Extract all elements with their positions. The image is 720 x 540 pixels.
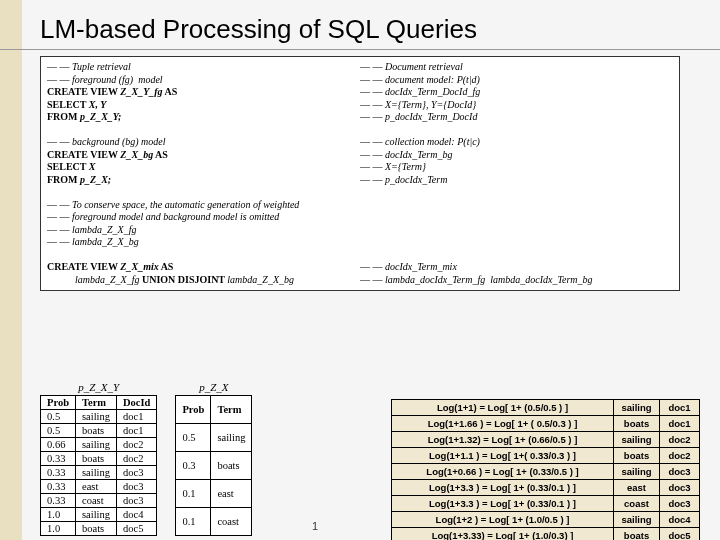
sql-line: CREATE VIEW Z_X_bg AS xyxy=(47,149,360,162)
sql-line: — — p_docIdx_Term xyxy=(360,174,673,187)
table-row: Log(1+0.66 ) = Log[ 1+ (0.33/0.5 ) ]sail… xyxy=(392,464,700,480)
table-cell: doc1 xyxy=(116,410,156,424)
sql-line xyxy=(360,236,673,249)
table-row: Log(1+1.32) = Log[ 1+ (0.66/0.5 ) ]saili… xyxy=(392,432,700,448)
table-cell: doc2 xyxy=(116,452,156,466)
table-cell: doc1 xyxy=(660,416,700,432)
p-z-x-y-table: p_Z_X_Y ProbTermDocId0.5sailingdoc10.5bo… xyxy=(40,381,157,536)
table-header: Term xyxy=(75,396,116,410)
table-row: Log(1+1.66 ) = Log[ 1+ ( 0.5/0.3 ) ]boat… xyxy=(392,416,700,432)
table-cell: 0.5 xyxy=(176,424,211,452)
table-row: 0.1east xyxy=(176,480,252,508)
sql-line xyxy=(360,249,673,262)
table-cell: boats xyxy=(75,424,116,438)
table-row: 0.5boatsdoc1 xyxy=(41,424,157,438)
table-cell: 0.33 xyxy=(41,466,76,480)
table-cell: sailing xyxy=(75,508,116,522)
table-cell: sailing xyxy=(75,466,116,480)
table-cell: doc5 xyxy=(660,528,700,541)
table-cell: doc3 xyxy=(116,494,156,508)
table-cell: sailing xyxy=(614,512,660,528)
table-row: Log(1+3.3 ) = Log[ 1+ (0.33/0.1 ) ]eastd… xyxy=(392,480,700,496)
table-cell: boats xyxy=(75,522,116,536)
table-row: 0.5sailing xyxy=(176,424,252,452)
table-cell: boats xyxy=(614,528,660,541)
table-row: Log(1+3.3 ) = Log[ 1+ (0.33/0.1 ) ]coast… xyxy=(392,496,700,512)
table-cell: Log(1+3.3 ) = Log[ 1+ (0.33/0.1 ) ] xyxy=(392,496,614,512)
table-cell: doc3 xyxy=(660,464,700,480)
table-cell: 0.33 xyxy=(41,480,76,494)
table-cell: coast xyxy=(211,508,252,536)
table-row: Log(1+1.1 ) = Log[ 1+( 0.33/0.3 ) ]boats… xyxy=(392,448,700,464)
sql-line: — — X={Term} xyxy=(360,161,673,174)
table-cell: Log(1+1.32) = Log[ 1+ (0.66/0.5 ) ] xyxy=(392,432,614,448)
table-cell: 0.3 xyxy=(176,452,211,480)
table-row: 0.33coastdoc3 xyxy=(41,494,157,508)
sql-left-column: — — Tuple retrieval— — foreground (fg) m… xyxy=(47,61,360,286)
table-cell: 0.66 xyxy=(41,438,76,452)
table-row: 0.33boatsdoc2 xyxy=(41,452,157,466)
table-cell: 1.0 xyxy=(41,508,76,522)
sql-line: — — lambda_Z_X_bg xyxy=(47,236,360,249)
table-row: Log(1+3.33) = Log[ 1+ (1.0/0.3) ]boatsdo… xyxy=(392,528,700,541)
sql-line: FROM p_Z_X_Y; xyxy=(47,111,360,124)
sql-line xyxy=(360,211,673,224)
sql-line: — — p_docIdx_Term_DocId xyxy=(360,111,673,124)
table-row: 0.5sailingdoc1 xyxy=(41,410,157,424)
table-cell: Log(1+3.3 ) = Log[ 1+ (0.33/0.1 ) ] xyxy=(392,480,614,496)
table-cell: sailing xyxy=(75,438,116,452)
table-cell: east xyxy=(614,480,660,496)
table-cell: doc3 xyxy=(660,496,700,512)
table-cell: Log(1+0.66 ) = Log[ 1+ (0.33/0.5 ) ] xyxy=(392,464,614,480)
table-cell: doc4 xyxy=(116,508,156,522)
table-cell: doc2 xyxy=(660,432,700,448)
table-header: Prob xyxy=(176,396,211,424)
sql-line: lambda_Z_X_fg UNION DISJOINT lambda_Z_X_… xyxy=(47,274,360,287)
sql-right-column: — — Document retrieval— — document model… xyxy=(360,61,673,286)
sql-line: CREATE VIEW Z_X_Y_fg AS xyxy=(47,86,360,99)
sql-line: — — lambda_Z_X_fg xyxy=(47,224,360,237)
table-cell: east xyxy=(211,480,252,508)
table-cell: sailing xyxy=(75,410,116,424)
sql-line: FROM p_Z_X; xyxy=(47,174,360,187)
sql-line: — — docIdx_Term_bg xyxy=(360,149,673,162)
table-row: Log(1+1) = Log[ 1+ (0.5/0.5 ) ]sailingdo… xyxy=(392,400,700,416)
table-cell: coast xyxy=(614,496,660,512)
table-cell: doc5 xyxy=(116,522,156,536)
table-cell: Log(1+2 ) = Log[ 1+ (1.0/0.5 ) ] xyxy=(392,512,614,528)
sql-line xyxy=(360,124,673,137)
table-row: 0.3boats xyxy=(176,452,252,480)
table-row: 0.66sailingdoc2 xyxy=(41,438,157,452)
sql-code-frame: — — Tuple retrieval— — foreground (fg) m… xyxy=(40,56,680,291)
sql-line: — — background (bg) model xyxy=(47,136,360,149)
sql-line: — — X={Term}, Y={DocId} xyxy=(360,99,673,112)
sql-line xyxy=(47,249,360,262)
table-cell: Log(1+3.33) = Log[ 1+ (1.0/0.3) ] xyxy=(392,528,614,541)
small-tables-container: p_Z_X_Y ProbTermDocId0.5sailingdoc10.5bo… xyxy=(40,381,252,536)
table-cell: 0.5 xyxy=(41,410,76,424)
table-cell: 0.33 xyxy=(41,494,76,508)
table-cell: sailing xyxy=(614,464,660,480)
table-cell: 0.33 xyxy=(41,452,76,466)
table-cell: 0.1 xyxy=(176,480,211,508)
sql-line: — — Document retrieval xyxy=(360,61,673,74)
table-row: 0.33sailingdoc3 xyxy=(41,466,157,480)
log-computation-table: Log(1+1) = Log[ 1+ (0.5/0.5 ) ]sailingdo… xyxy=(391,399,700,540)
sql-line: — — lambda_docIdx_Term_fg lambda_docIdx_… xyxy=(360,274,673,287)
table2-caption: p_Z_X xyxy=(175,381,252,395)
table-cell: doc1 xyxy=(116,424,156,438)
sql-line: SELECT X xyxy=(47,161,360,174)
table-cell: coast xyxy=(75,494,116,508)
table-cell: doc2 xyxy=(660,448,700,464)
table-cell: boats xyxy=(211,452,252,480)
table-cell: Log(1+1) = Log[ 1+ (0.5/0.5 ) ] xyxy=(392,400,614,416)
sql-line: — — Tuple retrieval xyxy=(47,61,360,74)
table-header: DocId xyxy=(116,396,156,410)
table-header: Term xyxy=(211,396,252,424)
sql-line: — — foreground (fg) model xyxy=(47,74,360,87)
page-title: LM-based Processing of SQL Queries xyxy=(0,0,720,50)
sql-line: — — collection model: P(t|c) xyxy=(360,136,673,149)
slide-number: 1 xyxy=(312,520,318,532)
table-cell: 1.0 xyxy=(41,522,76,536)
sql-line: — — foreground model and background mode… xyxy=(47,211,360,224)
